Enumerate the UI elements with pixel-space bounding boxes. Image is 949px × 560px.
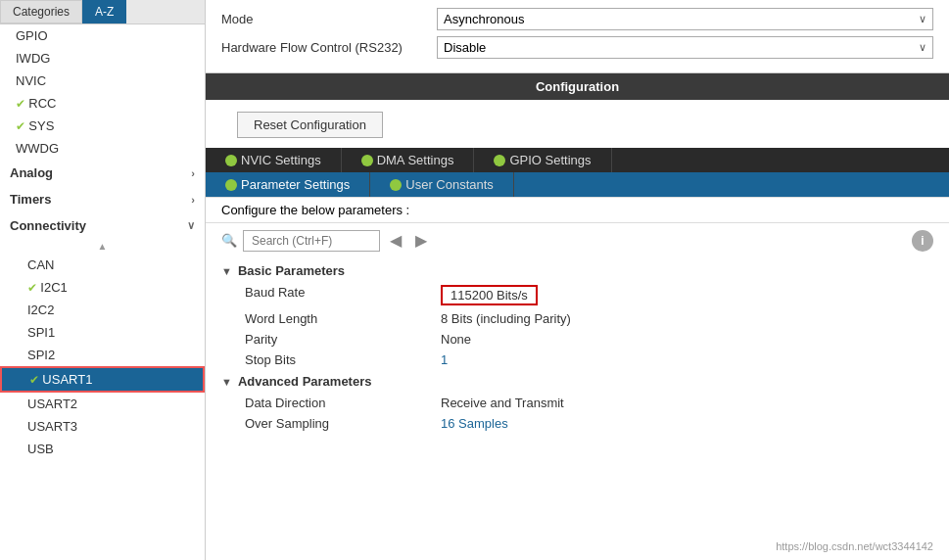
sidebar-item-nvic[interactable]: NVIC	[0, 70, 205, 92]
tab-az[interactable]: A-Z	[82, 0, 126, 23]
sidebar-item-usart1[interactable]: USART1	[0, 366, 205, 393]
tab-gpio-dot	[494, 155, 505, 166]
tab-gpio-label: GPIO Settings	[509, 153, 591, 167]
baud-rate-label: Baud Rate	[245, 285, 441, 305]
stop-bits-row: Stop Bits 1	[221, 350, 933, 370]
tab-user-label: User Constants	[405, 177, 494, 192]
prev-arrow-icon[interactable]: ◀	[386, 229, 405, 252]
parity-value: None	[441, 332, 471, 347]
tab-dma-label: DMA Settings	[377, 153, 454, 167]
sidebar-item-wwdg[interactable]: WWDG	[0, 137, 205, 160]
configure-text-area: Configure the below parameters :	[206, 197, 949, 223]
data-direction-row: Data Direction Receive and Transmit	[221, 393, 933, 413]
word-length-label: Word Length	[245, 311, 441, 326]
sidebar-item-sys[interactable]: SYS	[0, 115, 205, 137]
hwflow-select[interactable]: Disable ∨	[437, 36, 933, 59]
chevron-analog-icon: ›	[191, 167, 195, 179]
tab-parameter-settings[interactable]: Parameter Settings	[206, 172, 370, 197]
scroll-up-indicator: ▲	[0, 239, 205, 254]
reset-area: Reset Configuration	[206, 100, 949, 148]
chevron-connectivity-icon: ∨	[187, 219, 195, 232]
hwflow-row: Hardware Flow Control (RS232) Disable ∨	[221, 36, 933, 59]
stop-bits-value: 1	[441, 352, 448, 367]
tab-nvic-dot	[225, 155, 237, 166]
search-row: 🔍 ◀ ▶ i	[221, 229, 933, 252]
chevron-basic-icon: ▼	[221, 265, 232, 277]
section-connectivity-label: Connectivity	[10, 218, 86, 233]
mode-arrow-icon: ∨	[919, 13, 926, 25]
tab-user-constants[interactable]: User Constants	[370, 172, 514, 197]
advanced-params-section[interactable]: ▼ Advanced Parameters	[221, 370, 933, 393]
basic-params-section[interactable]: ▼ Basic Parameters	[221, 259, 933, 282]
over-sampling-row: Over Sampling 16 Samples	[221, 413, 933, 434]
sidebar-item-spi2[interactable]: SPI2	[0, 344, 205, 366]
section-timers-label: Timers	[10, 192, 51, 207]
tab-categories[interactable]: Categories	[0, 0, 82, 23]
mode-select[interactable]: Asynchronous ∨	[437, 8, 933, 30]
stop-bits-label: Stop Bits	[245, 352, 441, 367]
hwflow-label: Hardware Flow Control (RS232)	[221, 40, 437, 55]
next-arrow-icon[interactable]: ▶	[411, 229, 431, 252]
parity-row: Parity None	[221, 329, 933, 350]
sidebar-item-i2c2[interactable]: I2C2	[0, 299, 205, 321]
params-area: 🔍 ◀ ▶ i ▼ Basic Parameters Baud Rate 115…	[206, 223, 949, 560]
sidebar-tabs: Categories A-Z	[0, 0, 205, 24]
sidebar-item-usart3[interactable]: USART3	[0, 415, 205, 438]
sidebar-item-usart2[interactable]: USART2	[0, 393, 205, 415]
tab-param-dot	[225, 179, 237, 191]
section-analog-label: Analog	[10, 165, 53, 180]
sidebar-item-rcc[interactable]: RCC	[0, 92, 205, 115]
tab-user-dot	[390, 179, 402, 191]
main-panel: Mode Asynchronous ∨ Hardware Flow Contro…	[206, 0, 949, 560]
tabs-row-2: Parameter Settings User Constants	[206, 172, 949, 197]
tab-dma-settings[interactable]: DMA Settings	[342, 148, 475, 172]
section-connectivity[interactable]: Connectivity ∨	[0, 212, 205, 239]
baud-rate-value: 115200 Bits/s	[441, 285, 538, 305]
section-analog[interactable]: Analog ›	[0, 160, 205, 186]
mode-label: Mode	[221, 12, 437, 26]
over-sampling-value: 16 Samples	[441, 416, 508, 431]
sidebar-item-iwdg[interactable]: IWDG	[0, 47, 205, 70]
sidebar-item-gpio[interactable]: GPIO	[0, 24, 205, 47]
sidebar-item-can[interactable]: CAN	[0, 254, 205, 276]
main-content: Mode Asynchronous ∨ Hardware Flow Contro…	[206, 0, 949, 560]
sidebar-item-i2c1[interactable]: I2C1	[0, 276, 205, 299]
tab-param-label: Parameter Settings	[241, 177, 350, 192]
basic-params-label: Basic Parameters	[238, 263, 345, 278]
section-timers[interactable]: Timers ›	[0, 186, 205, 212]
chevron-timers-icon: ›	[191, 194, 195, 206]
watermark: https://blog.csdn.net/wct3344142	[776, 540, 933, 552]
word-length-row: Word Length 8 Bits (including Parity)	[221, 308, 933, 329]
configure-text: Configure the below parameters :	[221, 203, 409, 217]
chevron-advanced-icon: ▼	[221, 376, 232, 388]
tab-gpio-settings[interactable]: GPIO Settings	[474, 148, 611, 172]
config-header: Configuration	[206, 73, 949, 100]
search-icon: 🔍	[221, 233, 237, 248]
advanced-params-label: Advanced Parameters	[238, 374, 372, 389]
reset-config-button[interactable]: Reset Configuration	[237, 112, 383, 138]
tab-dma-dot	[361, 155, 373, 166]
parity-label: Parity	[245, 332, 441, 347]
sidebar: Categories A-Z GPIO IWDG NVIC RCC SYS WW…	[0, 0, 206, 560]
search-input[interactable]	[243, 230, 380, 252]
tab-nvic-settings[interactable]: NVIC Settings	[206, 148, 342, 172]
over-sampling-label: Over Sampling	[245, 416, 441, 431]
sidebar-item-spi1[interactable]: SPI1	[0, 321, 205, 344]
info-button[interactable]: i	[912, 230, 933, 252]
mode-row: Mode Asynchronous ∨	[221, 8, 933, 30]
hwflow-value: Disable	[444, 40, 486, 55]
word-length-value: 8 Bits (including Parity)	[441, 311, 571, 326]
tab-nvic-label: NVIC Settings	[241, 153, 321, 167]
sidebar-item-usb[interactable]: USB	[0, 438, 205, 460]
data-direction-value: Receive and Transmit	[441, 396, 564, 410]
data-direction-label: Data Direction	[245, 396, 441, 410]
baud-rate-row: Baud Rate 115200 Bits/s	[221, 282, 933, 308]
top-fields: Mode Asynchronous ∨ Hardware Flow Contro…	[206, 0, 949, 73]
tabs-row: NVIC Settings DMA Settings GPIO Settings	[206, 148, 949, 172]
hwflow-arrow-icon: ∨	[919, 41, 926, 54]
mode-value: Asynchronous	[444, 12, 524, 26]
